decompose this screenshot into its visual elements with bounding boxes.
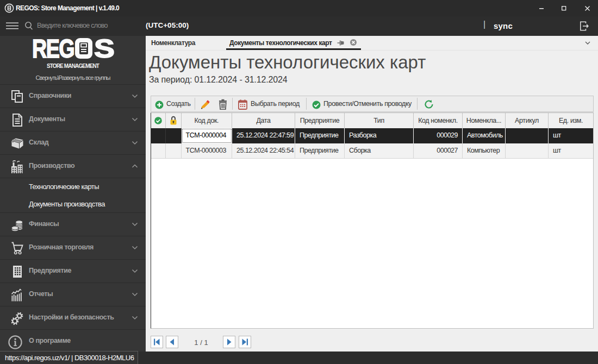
svg-text:S: S	[94, 37, 115, 59]
svg-text:REG: REG	[32, 37, 74, 59]
